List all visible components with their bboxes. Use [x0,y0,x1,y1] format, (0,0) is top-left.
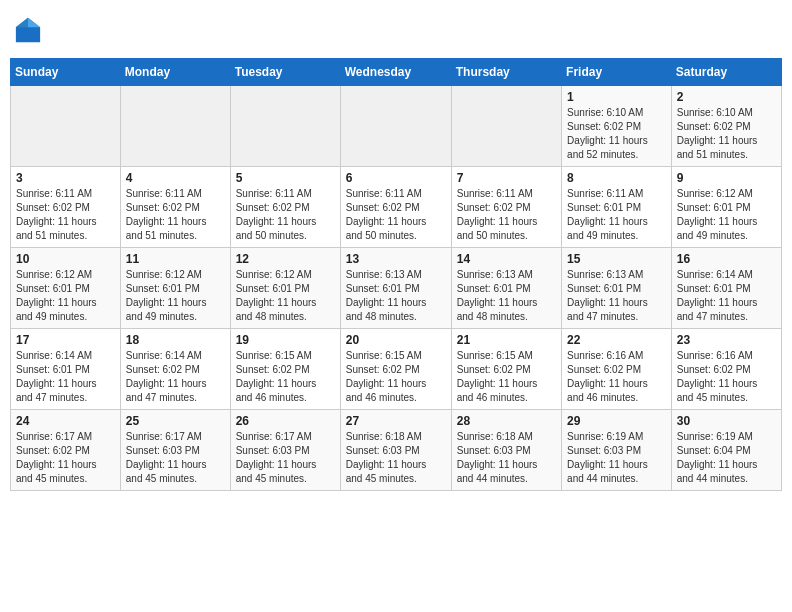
day-number: 15 [567,252,666,266]
day-info: Sunrise: 6:18 AM Sunset: 6:03 PM Dayligh… [346,430,446,486]
col-header-saturday: Saturday [671,59,781,86]
day-info: Sunrise: 6:12 AM Sunset: 6:01 PM Dayligh… [236,268,335,324]
calendar-cell: 21Sunrise: 6:15 AM Sunset: 6:02 PM Dayli… [451,329,561,410]
week-row-3: 10Sunrise: 6:12 AM Sunset: 6:01 PM Dayli… [11,248,782,329]
day-info: Sunrise: 6:12 AM Sunset: 6:01 PM Dayligh… [677,187,776,243]
day-info: Sunrise: 6:15 AM Sunset: 6:02 PM Dayligh… [236,349,335,405]
svg-marker-1 [28,18,40,27]
day-number: 6 [346,171,446,185]
day-info: Sunrise: 6:13 AM Sunset: 6:01 PM Dayligh… [567,268,666,324]
calendar-cell: 30Sunrise: 6:19 AM Sunset: 6:04 PM Dayli… [671,410,781,491]
calendar-cell: 9Sunrise: 6:12 AM Sunset: 6:01 PM Daylig… [671,167,781,248]
day-info: Sunrise: 6:19 AM Sunset: 6:03 PM Dayligh… [567,430,666,486]
calendar-cell: 16Sunrise: 6:14 AM Sunset: 6:01 PM Dayli… [671,248,781,329]
day-info: Sunrise: 6:11 AM Sunset: 6:02 PM Dayligh… [236,187,335,243]
calendar-cell: 3Sunrise: 6:11 AM Sunset: 6:02 PM Daylig… [11,167,121,248]
col-header-tuesday: Tuesday [230,59,340,86]
calendar-cell: 19Sunrise: 6:15 AM Sunset: 6:02 PM Dayli… [230,329,340,410]
day-info: Sunrise: 6:11 AM Sunset: 6:02 PM Dayligh… [346,187,446,243]
calendar-cell: 14Sunrise: 6:13 AM Sunset: 6:01 PM Dayli… [451,248,561,329]
week-row-5: 24Sunrise: 6:17 AM Sunset: 6:02 PM Dayli… [11,410,782,491]
day-number: 23 [677,333,776,347]
col-header-monday: Monday [120,59,230,86]
day-number: 1 [567,90,666,104]
day-info: Sunrise: 6:11 AM Sunset: 6:02 PM Dayligh… [16,187,115,243]
calendar-cell: 29Sunrise: 6:19 AM Sunset: 6:03 PM Dayli… [562,410,672,491]
day-number: 5 [236,171,335,185]
day-info: Sunrise: 6:12 AM Sunset: 6:01 PM Dayligh… [126,268,225,324]
day-number: 17 [16,333,115,347]
day-number: 13 [346,252,446,266]
day-info: Sunrise: 6:11 AM Sunset: 6:02 PM Dayligh… [126,187,225,243]
week-row-2: 3Sunrise: 6:11 AM Sunset: 6:02 PM Daylig… [11,167,782,248]
calendar-cell: 6Sunrise: 6:11 AM Sunset: 6:02 PM Daylig… [340,167,451,248]
calendar-cell: 24Sunrise: 6:17 AM Sunset: 6:02 PM Dayli… [11,410,121,491]
calendar-cell: 5Sunrise: 6:11 AM Sunset: 6:02 PM Daylig… [230,167,340,248]
calendar-cell: 4Sunrise: 6:11 AM Sunset: 6:02 PM Daylig… [120,167,230,248]
day-info: Sunrise: 6:11 AM Sunset: 6:02 PM Dayligh… [457,187,556,243]
day-number: 29 [567,414,666,428]
calendar-cell: 17Sunrise: 6:14 AM Sunset: 6:01 PM Dayli… [11,329,121,410]
day-number: 28 [457,414,556,428]
day-number: 20 [346,333,446,347]
calendar-cell [11,86,121,167]
day-number: 27 [346,414,446,428]
day-info: Sunrise: 6:17 AM Sunset: 6:03 PM Dayligh… [126,430,225,486]
calendar-cell: 26Sunrise: 6:17 AM Sunset: 6:03 PM Dayli… [230,410,340,491]
calendar-cell: 1Sunrise: 6:10 AM Sunset: 6:02 PM Daylig… [562,86,672,167]
day-number: 26 [236,414,335,428]
day-number: 24 [16,414,115,428]
day-number: 2 [677,90,776,104]
day-number: 10 [16,252,115,266]
col-header-friday: Friday [562,59,672,86]
logo [14,16,46,44]
day-info: Sunrise: 6:14 AM Sunset: 6:01 PM Dayligh… [677,268,776,324]
day-number: 25 [126,414,225,428]
day-number: 12 [236,252,335,266]
calendar-cell: 7Sunrise: 6:11 AM Sunset: 6:02 PM Daylig… [451,167,561,248]
day-number: 21 [457,333,556,347]
day-number: 22 [567,333,666,347]
day-info: Sunrise: 6:17 AM Sunset: 6:03 PM Dayligh… [236,430,335,486]
calendar-cell: 18Sunrise: 6:14 AM Sunset: 6:02 PM Dayli… [120,329,230,410]
calendar-cell: 8Sunrise: 6:11 AM Sunset: 6:01 PM Daylig… [562,167,672,248]
col-header-thursday: Thursday [451,59,561,86]
day-info: Sunrise: 6:12 AM Sunset: 6:01 PM Dayligh… [16,268,115,324]
calendar-cell: 20Sunrise: 6:15 AM Sunset: 6:02 PM Dayli… [340,329,451,410]
col-header-sunday: Sunday [11,59,121,86]
logo-icon [14,16,42,44]
calendar-cell: 25Sunrise: 6:17 AM Sunset: 6:03 PM Dayli… [120,410,230,491]
day-info: Sunrise: 6:11 AM Sunset: 6:01 PM Dayligh… [567,187,666,243]
day-info: Sunrise: 6:15 AM Sunset: 6:02 PM Dayligh… [346,349,446,405]
calendar-cell: 22Sunrise: 6:16 AM Sunset: 6:02 PM Dayli… [562,329,672,410]
day-number: 16 [677,252,776,266]
day-number: 30 [677,414,776,428]
calendar-cell: 23Sunrise: 6:16 AM Sunset: 6:02 PM Dayli… [671,329,781,410]
calendar-cell: 27Sunrise: 6:18 AM Sunset: 6:03 PM Dayli… [340,410,451,491]
day-number: 19 [236,333,335,347]
day-info: Sunrise: 6:15 AM Sunset: 6:02 PM Dayligh… [457,349,556,405]
day-number: 4 [126,171,225,185]
calendar-cell: 2Sunrise: 6:10 AM Sunset: 6:02 PM Daylig… [671,86,781,167]
col-header-wednesday: Wednesday [340,59,451,86]
day-number: 7 [457,171,556,185]
calendar-cell: 12Sunrise: 6:12 AM Sunset: 6:01 PM Dayli… [230,248,340,329]
calendar-header-row: SundayMondayTuesdayWednesdayThursdayFrid… [11,59,782,86]
day-number: 14 [457,252,556,266]
day-info: Sunrise: 6:14 AM Sunset: 6:01 PM Dayligh… [16,349,115,405]
day-number: 9 [677,171,776,185]
calendar-cell: 28Sunrise: 6:18 AM Sunset: 6:03 PM Dayli… [451,410,561,491]
day-number: 3 [16,171,115,185]
calendar-cell: 11Sunrise: 6:12 AM Sunset: 6:01 PM Dayli… [120,248,230,329]
day-info: Sunrise: 6:16 AM Sunset: 6:02 PM Dayligh… [677,349,776,405]
calendar-cell: 13Sunrise: 6:13 AM Sunset: 6:01 PM Dayli… [340,248,451,329]
day-number: 11 [126,252,225,266]
calendar-cell [230,86,340,167]
day-info: Sunrise: 6:17 AM Sunset: 6:02 PM Dayligh… [16,430,115,486]
day-number: 18 [126,333,225,347]
calendar-cell [340,86,451,167]
calendar-cell [120,86,230,167]
calendar-cell [451,86,561,167]
day-info: Sunrise: 6:13 AM Sunset: 6:01 PM Dayligh… [457,268,556,324]
calendar-cell: 10Sunrise: 6:12 AM Sunset: 6:01 PM Dayli… [11,248,121,329]
